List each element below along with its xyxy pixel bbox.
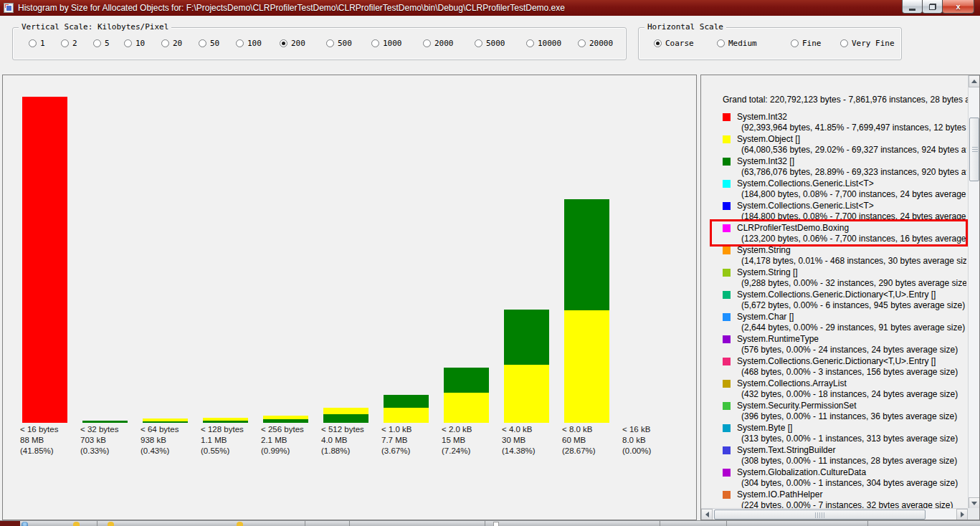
- radio-label: 20: [173, 39, 182, 48]
- legend-entry[interactable]: System.Char [](2,644 bytes, 0.00% - 29 i…: [723, 312, 966, 334]
- legend-entry[interactable]: System.RuntimeType(576 bytes, 0.00% - 24…: [723, 334, 966, 356]
- vertical-scale-label: Vertical Scale: Kilobytes/Pixel: [19, 22, 171, 32]
- radio-vscale-2[interactable]: 2: [61, 39, 77, 48]
- radio-vscale-5[interactable]: 5: [93, 39, 110, 48]
- legend-vertical-scrollbar[interactable]: [968, 75, 979, 510]
- radio-label: 1: [40, 39, 45, 48]
- radio-circle-icon[interactable]: [93, 39, 101, 47]
- radio-circle-icon[interactable]: [654, 39, 662, 47]
- legend-type-name: System.Text.StringBuilder: [737, 445, 835, 456]
- radio-circle-icon[interactable]: [29, 39, 37, 47]
- legend-entry[interactable]: System.Security.PermissionSet(396 bytes,…: [723, 401, 966, 423]
- radio-vscale-2000[interactable]: 2000: [423, 39, 454, 48]
- legend-entry[interactable]: System.Int32(92,393,964 bytes, 41.85% - …: [723, 112, 966, 134]
- radio-vscale-100[interactable]: 100: [236, 39, 262, 48]
- radio-circle-icon[interactable]: [124, 39, 132, 47]
- radio-hscale-fine[interactable]: Fine: [791, 39, 822, 48]
- radio-circle-icon[interactable]: [61, 39, 69, 47]
- radio-vscale-20[interactable]: 20: [161, 39, 182, 48]
- radio-vscale-1000[interactable]: 1000: [371, 39, 402, 48]
- radio-vscale-5000[interactable]: 5000: [475, 39, 505, 48]
- radio-circle-icon[interactable]: [475, 39, 482, 47]
- radio-hscale-very-fine[interactable]: Very Fine: [840, 39, 895, 48]
- radio-vscale-10[interactable]: 10: [124, 39, 145, 48]
- horizontal-scroll-thumb[interactable]: [714, 510, 926, 520]
- histogram-chart-panel[interactable]: < 16 bytes88 MB(41.85%)< 32 bytes703 kB(…: [2, 75, 697, 520]
- folder-icon[interactable]: [108, 522, 114, 526]
- legend-entry[interactable]: System.Collections.Generic.Dictionary<T,…: [723, 290, 966, 312]
- radio-vscale-1[interactable]: 1: [29, 39, 45, 48]
- legend-entry[interactable]: System.String [](9,288 bytes, 0.00% - 32…: [723, 267, 966, 290]
- legend-horizontal-scrollbar[interactable]: [701, 508, 968, 520]
- legend-entry[interactable]: CLRProfilerTestDemo.Boxing(123,200 bytes…: [723, 223, 966, 245]
- radio-circle-icon[interactable]: [371, 39, 379, 47]
- folder-icon[interactable]: [73, 522, 80, 526]
- vertical-scroll-thumb[interactable]: [969, 118, 979, 181]
- legend-entry[interactable]: System.Int32 [](63,786,076 bytes, 28.89%…: [723, 156, 966, 178]
- radio-vscale-50[interactable]: 50: [199, 39, 219, 48]
- radio-vscale-10000[interactable]: 10000: [526, 39, 561, 48]
- legend-entry[interactable]: System.IO.PathHelper(224 bytes, 0.00% - …: [723, 489, 966, 508]
- legend-color-swatch: [723, 135, 731, 143]
- legend-type-name: System.Byte []: [737, 423, 792, 434]
- scroll-left-button[interactable]: [701, 509, 713, 520]
- minimize-button[interactable]: [902, 0, 923, 14]
- legend-entry[interactable]: System.Object [](64,080,536 bytes, 29.02…: [723, 134, 966, 156]
- bar-segment[interactable]: [203, 421, 248, 423]
- bar-segment[interactable]: [384, 408, 429, 423]
- radio-circle-icon[interactable]: [840, 39, 848, 47]
- bar-segment[interactable]: [143, 421, 188, 423]
- bar-segment[interactable]: [323, 408, 368, 414]
- bar-segment[interactable]: [444, 393, 489, 423]
- legend-entry[interactable]: System.Collections.Generic.Dictionary<T,…: [723, 356, 966, 378]
- legend-entry[interactable]: System.Collections.Generic.List<T>(184,8…: [723, 178, 966, 201]
- radio-circle-icon[interactable]: [578, 39, 586, 47]
- legend-entry[interactable]: System.Text.StringBuilder(308 bytes, 0.0…: [723, 445, 966, 467]
- legend-color-swatch: [723, 224, 731, 232]
- start-orb[interactable]: [22, 522, 28, 526]
- bar-segment[interactable]: [263, 419, 308, 423]
- legend-entry[interactable]: System.Byte [](313 bytes, 0.00% - 1 inst…: [723, 423, 966, 445]
- bar-segment[interactable]: [323, 414, 368, 423]
- bar-segment[interactable]: [384, 395, 429, 408]
- bar-segment[interactable]: [564, 310, 609, 423]
- bar-label: < 64 bytes938 kB(0.43%): [141, 424, 179, 456]
- radio-vscale-500[interactable]: 500: [326, 39, 352, 48]
- folder-icon[interactable]: [237, 522, 243, 526]
- radio-circle-icon[interactable]: [326, 39, 334, 47]
- bar-segment[interactable]: [504, 310, 549, 365]
- bar-segment[interactable]: [564, 199, 609, 310]
- legend-entry[interactable]: System.String(14,178 bytes, 0.01% - 468 …: [723, 245, 966, 267]
- scroll-up-button[interactable]: [969, 75, 980, 87]
- scroll-right-button[interactable]: [956, 509, 968, 520]
- document-icon[interactable]: [493, 522, 499, 526]
- radio-circle-icon[interactable]: [526, 39, 534, 47]
- radio-circle-icon[interactable]: [280, 39, 287, 47]
- window-title: Histogram by Size for Allocated Objects …: [18, 3, 565, 13]
- legend-color-swatch: [723, 247, 731, 254]
- close-button[interactable]: x: [942, 0, 974, 14]
- radio-hscale-coarse[interactable]: Coarse: [654, 39, 694, 48]
- radio-circle-icon[interactable]: [161, 39, 169, 47]
- bar-segment[interactable]: [504, 365, 549, 423]
- radio-circle-icon[interactable]: [423, 39, 431, 47]
- radio-circle-icon[interactable]: [199, 39, 206, 47]
- radio-circle-icon[interactable]: [717, 39, 725, 47]
- radio-vscale-200[interactable]: 200: [280, 39, 305, 48]
- restore-button[interactable]: [922, 0, 943, 14]
- legend-color-swatch: [723, 358, 731, 365]
- legend-type-name: System.Char []: [737, 312, 794, 322]
- legend-entry[interactable]: System.Collections.ArrayList(432 bytes, …: [723, 378, 966, 401]
- bar-segment[interactable]: [444, 368, 489, 393]
- bar-label: < 16 bytes88 MB(41.85%): [20, 424, 58, 456]
- radio-hscale-medium[interactable]: Medium: [717, 39, 757, 48]
- bar-segment[interactable]: [22, 97, 67, 423]
- radio-vscale-20000[interactable]: 20000: [578, 39, 613, 48]
- title-bar[interactable]: Histogram by Size for Allocated Objects …: [0, 0, 980, 16]
- taskbar-strip[interactable]: [0, 520, 980, 526]
- bar-segment[interactable]: [82, 421, 128, 423]
- legend-entry[interactable]: System.Collections.Generic.List<T>(184,8…: [723, 201, 966, 223]
- radio-circle-icon[interactable]: [236, 39, 244, 47]
- radio-circle-icon[interactable]: [791, 39, 799, 47]
- legend-entry[interactable]: System.Globalization.CultureData(304 byt…: [723, 467, 966, 489]
